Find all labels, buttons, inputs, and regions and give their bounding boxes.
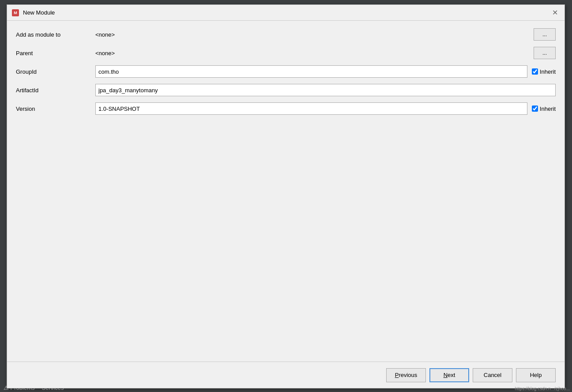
- close-button[interactable]: ✕: [549, 8, 560, 18]
- parent-browse-button[interactable]: ...: [534, 47, 556, 59]
- artifact-id-input[interactable]: [95, 84, 556, 96]
- previous-button[interactable]: Previous: [386, 368, 426, 382]
- parent-value: <none>: [95, 50, 115, 57]
- group-id-label: GroupId: [16, 68, 95, 75]
- parent-row: Parent <none> ...: [16, 46, 556, 60]
- artifact-id-row: ArtifactId: [16, 83, 556, 97]
- parent-label: Parent: [16, 50, 95, 57]
- version-row: Version Inherit: [16, 102, 556, 115]
- help-button[interactable]: Help: [516, 368, 556, 382]
- add-as-module-browse-button[interactable]: ...: [534, 28, 556, 41]
- dialog-content: Add as module to <none> ... Parent <none…: [7, 21, 564, 362]
- version-inherit-label: Inherit: [540, 106, 556, 112]
- version-label: Version: [16, 106, 95, 112]
- version-inherit-checkbox[interactable]: [532, 106, 538, 112]
- group-id-row: GroupId Inherit: [16, 65, 556, 78]
- group-id-inherit-checkbox[interactable]: [532, 68, 538, 75]
- add-as-module-label: Add as module to: [16, 31, 95, 38]
- dialog-titlebar: New Module ✕: [7, 5, 564, 21]
- dialog-footer: Previous Next Cancel Help: [7, 362, 564, 388]
- watermark: https://blog.csdn.n.../zjhoo...: [515, 386, 570, 391]
- module-icon: [11, 9, 19, 17]
- group-id-inherit-label: Inherit: [540, 68, 556, 75]
- add-as-module-value: <none>: [95, 31, 115, 38]
- group-id-inherit-group: Inherit: [532, 68, 556, 75]
- new-module-dialog: New Module ✕ Add as module to <none> ...…: [7, 4, 565, 388]
- version-inherit-group: Inherit: [532, 106, 556, 112]
- group-id-input[interactable]: [95, 65, 527, 78]
- next-button[interactable]: Next: [429, 368, 469, 382]
- cancel-button[interactable]: Cancel: [473, 368, 512, 382]
- artifact-id-label: ArtifactId: [16, 87, 95, 94]
- version-input[interactable]: [95, 102, 527, 115]
- add-as-module-row: Add as module to <none> ...: [16, 28, 556, 41]
- dialog-title: New Module: [23, 9, 549, 16]
